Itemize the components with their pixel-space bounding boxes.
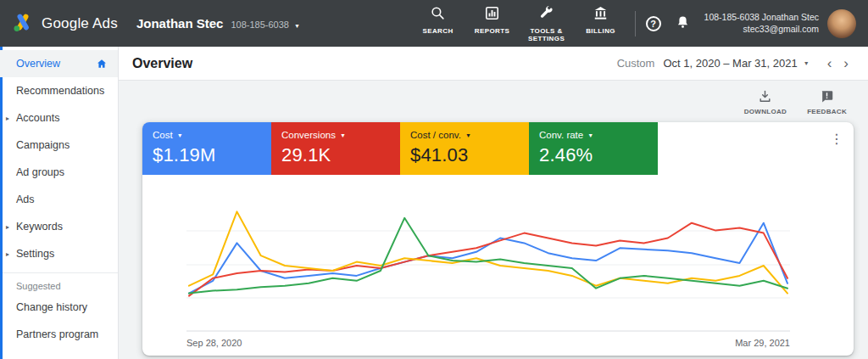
scorecard-conv-rate[interactable]: Conv. rate ▼ 2.46%	[529, 122, 658, 175]
scorecard-conversions[interactable]: Conversions ▼ 29.1K	[271, 122, 400, 175]
sidebar: Overview Recommendations ▸ Accounts Camp…	[0, 47, 119, 359]
billing-label: BILLING	[586, 27, 615, 35]
sidebar-item-keywords[interactable]: ▸ Keywords	[0, 213, 118, 240]
scorecard-metric-selector[interactable]: Cost ▼	[153, 130, 261, 140]
chart-canvas	[186, 197, 790, 334]
content: DOWNLOAD FEEDBACK Cost ▼	[119, 81, 868, 359]
main: Overview Custom Oct 1, 2020 – Mar 31, 20…	[119, 47, 868, 359]
brand-name: Google Ads	[42, 15, 118, 32]
sidebar-item-label: Keywords	[16, 221, 63, 233]
x-axis-start-label: Sep 28, 2020	[186, 338, 242, 348]
topnav: SEARCH REPORTS TOOLS & SETTINGS BILLING	[415, 3, 625, 44]
profile-email: stec33@gmail.com	[704, 24, 819, 36]
date-range-controls: Custom Oct 1, 2020 – Mar 31, 2021 ▼ ‹ ›	[617, 56, 854, 70]
suggested-section-label: Suggested	[0, 272, 118, 294]
sidebar-item-settings[interactable]: ▸ Settings	[0, 240, 118, 267]
account-id: 108-185-6038	[231, 20, 289, 30]
help-button[interactable]: ?	[646, 16, 661, 31]
sidebar-item-label: Ads	[16, 194, 35, 205]
feedback-label: FEEDBACK	[807, 108, 847, 115]
sidebar-item-partners-program[interactable]: Partners program	[0, 321, 118, 348]
page-header: Overview Custom Oct 1, 2020 – Mar 31, 20…	[119, 47, 868, 81]
topbar: Google Ads Jonathan Stec 108-185-6038 ▼ …	[0, 0, 868, 47]
sidebar-item-change-history[interactable]: Change history	[0, 294, 118, 321]
chevron-down-icon: ▼	[177, 132, 183, 138]
download-label: DOWNLOAD	[744, 108, 787, 115]
card-options-kebab-icon[interactable]: ⋮	[830, 131, 843, 147]
overview-card: Cost ▼ $1.19M Conversions ▼ 29.1K	[142, 122, 854, 356]
chevron-down-icon: ▼	[340, 132, 346, 138]
sidebar-item-accounts[interactable]: ▸ Accounts	[0, 104, 118, 132]
reports-button[interactable]: REPORTS	[469, 3, 516, 36]
scorecard-label: Conv. rate	[539, 130, 583, 140]
scorecard-value: 2.46%	[539, 144, 648, 166]
topbar-divider	[635, 11, 636, 36]
billing-icon	[593, 5, 609, 24]
download-icon	[758, 89, 772, 105]
chevron-down-icon: ▼	[465, 132, 471, 138]
scorecard-label: Cost / conv.	[410, 130, 461, 140]
sidebar-item-ad-groups[interactable]: Ad groups	[0, 159, 118, 186]
expand-arrow-icon: ▸	[6, 223, 9, 231]
account-switcher[interactable]: Jonathan Stec 108-185-6038 ▼	[136, 16, 300, 31]
chart-line-cost	[189, 223, 787, 294]
sidebar-item-label: Campaigns	[16, 139, 70, 151]
chart-line-conversions	[189, 223, 787, 296]
previous-period-button[interactable]: ‹	[821, 56, 838, 70]
chevron-down-icon: ▼	[587, 132, 593, 138]
reports-icon	[484, 5, 500, 24]
expand-arrow-icon: ▸	[6, 250, 9, 258]
chart-line-conv-rate	[189, 218, 787, 294]
sidebar-item-label: Overview	[16, 58, 60, 70]
home-icon	[96, 58, 108, 70]
sidebar-item-campaigns[interactable]: Campaigns	[0, 132, 118, 159]
bell-icon	[675, 20, 691, 33]
shell: Overview Recommendations ▸ Accounts Camp…	[0, 47, 868, 359]
scorecard-value: 29.1K	[281, 144, 390, 166]
account-name: Jonathan Stec	[136, 16, 224, 31]
sidebar-item-ads[interactable]: Ads	[0, 186, 118, 213]
search-button[interactable]: SEARCH	[415, 3, 462, 36]
google-ads-app: Google Ads Jonathan Stec 108-185-6038 ▼ …	[0, 0, 868, 359]
chevron-down-icon: ▼	[294, 23, 300, 29]
wrench-icon	[538, 5, 554, 24]
sidebar-item-label: Ad groups	[16, 166, 64, 178]
tools-settings-label: TOOLS & SETTINGS	[523, 27, 570, 42]
content-actions: DOWNLOAD FEEDBACK	[142, 87, 854, 122]
scorecard-value: $1.19M	[153, 144, 261, 166]
sidebar-item-label: Recommendations	[16, 85, 104, 97]
sidebar-item-label: Change history	[16, 301, 87, 313]
date-range-value: Oct 1, 2020 – Mar 31, 2021	[663, 57, 797, 70]
tools-settings-button[interactable]: TOOLS & SETTINGS	[523, 3, 570, 44]
search-label: SEARCH	[422, 27, 453, 35]
avatar[interactable]	[827, 9, 856, 38]
google-ads-home-link[interactable]: Google Ads	[12, 11, 118, 36]
scorecard-cost-per-conv[interactable]: Cost / conv. ▼ $41.03	[400, 122, 529, 175]
scorecard-label: Cost	[153, 130, 173, 140]
x-axis-labels: Sep 28, 2020 Mar 29, 2021	[186, 338, 790, 348]
feedback-button[interactable]: FEEDBACK	[807, 89, 847, 115]
date-range-picker[interactable]: Oct 1, 2020 – Mar 31, 2021 ▼	[663, 57, 821, 70]
sidebar-item-recommendations[interactable]: Recommendations	[0, 77, 118, 104]
feedback-icon	[820, 89, 834, 105]
page-title: Overview	[132, 56, 192, 71]
billing-button[interactable]: BILLING	[577, 3, 625, 36]
sidebar-item-overview[interactable]: Overview	[0, 50, 118, 77]
scorecard-metric-selector[interactable]: Conv. rate ▼	[539, 130, 648, 140]
google-ads-logo-icon	[12, 11, 34, 36]
search-icon	[430, 5, 446, 24]
expand-arrow-icon: ▸	[6, 115, 9, 122]
range-type-label: Custom	[617, 57, 655, 70]
profile-account-line: 108-185-6038 Jonathan Stec	[704, 12, 819, 24]
sidebar-item-label: Accounts	[16, 112, 59, 124]
scorecard-metric-selector[interactable]: Conversions ▼	[281, 130, 390, 140]
download-button[interactable]: DOWNLOAD	[744, 89, 787, 115]
profile-info: 108-185-6038 Jonathan Stec stec33@gmail.…	[704, 12, 819, 35]
notifications-button[interactable]	[675, 14, 691, 33]
scorecard-value: $41.03	[410, 144, 519, 166]
sidebar-item-label: Partners program	[16, 328, 98, 340]
reports-label: REPORTS	[475, 27, 509, 35]
scorecard-cost[interactable]: Cost ▼ $1.19M	[142, 122, 271, 175]
next-period-button[interactable]: ›	[837, 56, 854, 70]
scorecard-metric-selector[interactable]: Cost / conv. ▼	[410, 130, 519, 140]
